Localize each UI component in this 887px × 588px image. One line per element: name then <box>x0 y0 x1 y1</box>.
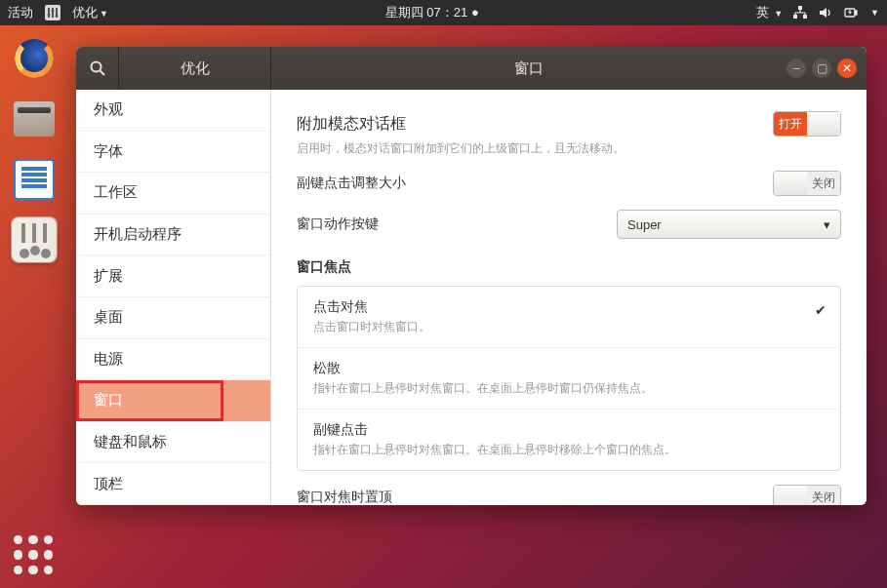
list-item-title: 副键点击 <box>313 421 825 439</box>
writer-icon <box>14 159 55 200</box>
focus-mode-item-0[interactable]: 点击对焦点击窗口时对焦窗口。✔ <box>298 287 840 348</box>
list-item-desc: 指针在窗口上悬停时对焦窗口。在桌面上悬停时移除上个窗口的焦点。 <box>313 442 825 458</box>
sidebar-item-9[interactable]: 顶栏 <box>76 463 270 505</box>
battery-icon[interactable] <box>843 5 859 20</box>
search-button[interactable] <box>76 47 119 90</box>
list-item-desc: 指针在窗口上悬停时对焦窗口。在桌面上悬停时窗口仍保持焦点。 <box>313 380 825 397</box>
chevron-down-icon: ▼ <box>774 9 783 19</box>
sidebar-item-5[interactable]: 桌面 <box>76 297 270 339</box>
sidebar-item-2[interactable]: 工作区 <box>76 173 270 215</box>
sidebar-item-4[interactable]: 扩展 <box>76 255 270 297</box>
svg-line-12 <box>100 71 104 76</box>
svg-rect-6 <box>798 6 802 10</box>
firefox-icon <box>15 39 54 78</box>
svg-rect-10 <box>855 11 857 15</box>
svg-point-5 <box>56 15 59 18</box>
app-menu[interactable]: 优化▼ <box>72 4 108 21</box>
dock-firefox[interactable] <box>11 35 58 82</box>
tweaks-app-icon <box>45 5 60 20</box>
window-title: 窗口 <box>271 59 786 78</box>
tweaks-icon <box>12 217 57 262</box>
svg-rect-7 <box>793 15 797 19</box>
list-item-title: 点击对焦 <box>313 298 825 316</box>
volume-icon[interactable] <box>818 5 833 20</box>
check-icon: ✔ <box>815 302 827 318</box>
clock[interactable]: 星期四 07：21 ● <box>385 5 479 20</box>
edge-resize-label: 副键点击调整大小 <box>297 175 773 192</box>
attach-modal-label: 附加模态对话框 <box>297 114 773 135</box>
focus-mode-item-2[interactable]: 副键点击指针在窗口上悬停时对焦窗口。在桌面上悬停时移除上个窗口的焦点。 <box>298 410 840 470</box>
sidebar-item-0[interactable]: 外观 <box>76 90 270 132</box>
maximize-button[interactable]: ▢ <box>812 59 831 78</box>
input-method-indicator[interactable]: 英 ▼ <box>756 4 784 21</box>
chevron-down-icon: ▼ <box>100 9 108 19</box>
sidebar-title: 优化 <box>119 47 271 90</box>
svg-point-11 <box>91 62 101 72</box>
action-key-select[interactable]: Super ▾ <box>617 210 841 239</box>
sidebar: 外观字体工作区开机启动程序扩展桌面电源窗口键盘和鼠标顶栏 <box>76 90 271 505</box>
titlebar: 优化 窗口 – ▢ ✕ <box>76 47 867 90</box>
list-item-desc: 点击窗口时对焦窗口。 <box>313 319 825 335</box>
files-icon <box>14 101 55 137</box>
raise-on-focus-label: 窗口对焦时置顶 <box>297 489 773 505</box>
sidebar-item-7[interactable]: 窗口 <box>76 380 270 422</box>
action-key-label: 窗口动作按键 <box>297 216 617 233</box>
dock-files[interactable] <box>11 96 58 142</box>
dock <box>0 25 68 588</box>
close-button[interactable]: ✕ <box>837 59 857 78</box>
chevron-down-icon: ▾ <box>824 217 830 232</box>
attach-modal-toggle[interactable]: 打开 <box>773 111 841 137</box>
sidebar-item-6[interactable]: 电源 <box>76 339 270 381</box>
focus-mode-item-1[interactable]: 松散指针在窗口上悬停时对焦窗口。在桌面上悬停时窗口仍保持焦点。 <box>298 348 840 410</box>
dock-tweaks[interactable] <box>11 216 58 263</box>
svg-rect-8 <box>803 15 807 19</box>
annotation-highlight <box>76 380 223 421</box>
content-panel: 附加模态对话框 打开 启用时，模态对话窗口附加到它们的上级窗口上，且无法移动。 … <box>271 90 867 505</box>
svg-point-4 <box>52 10 55 13</box>
sidebar-item-8[interactable]: 键盘和鼠标 <box>76 422 270 464</box>
tweaks-window: 优化 窗口 – ▢ ✕ 外观字体工作区开机启动程序扩展桌面电源窗口键盘和鼠标顶栏… <box>76 47 867 505</box>
activities-button[interactable]: 活动 <box>8 4 33 21</box>
raise-on-focus-toggle[interactable]: 关闭 <box>773 485 841 505</box>
sidebar-item-1[interactable]: 字体 <box>76 132 270 174</box>
sidebar-item-3[interactable]: 开机启动程序 <box>76 215 270 256</box>
system-menu-caret[interactable]: ▼ <box>870 8 879 18</box>
list-item-title: 松散 <box>313 360 825 377</box>
gnome-top-bar: 活动 优化▼ 星期四 07：21 ● 英 ▼ ▼ <box>0 0 887 25</box>
minimize-button[interactable]: – <box>786 59 806 78</box>
dock-writer[interactable] <box>11 156 58 203</box>
svg-point-3 <box>48 14 51 17</box>
edge-resize-toggle[interactable]: 关闭 <box>773 171 841 196</box>
focus-mode-list: 点击对焦点击窗口时对焦窗口。✔松散指针在窗口上悬停时对焦窗口。在桌面上悬停时窗口… <box>297 286 841 471</box>
focus-section-header: 窗口焦点 <box>297 258 841 276</box>
attach-modal-desc: 启用时，模态对话窗口附加到它们的上级窗口上，且无法移动。 <box>297 140 841 157</box>
network-icon[interactable] <box>792 5 808 20</box>
show-applications-button[interactable] <box>14 535 53 574</box>
